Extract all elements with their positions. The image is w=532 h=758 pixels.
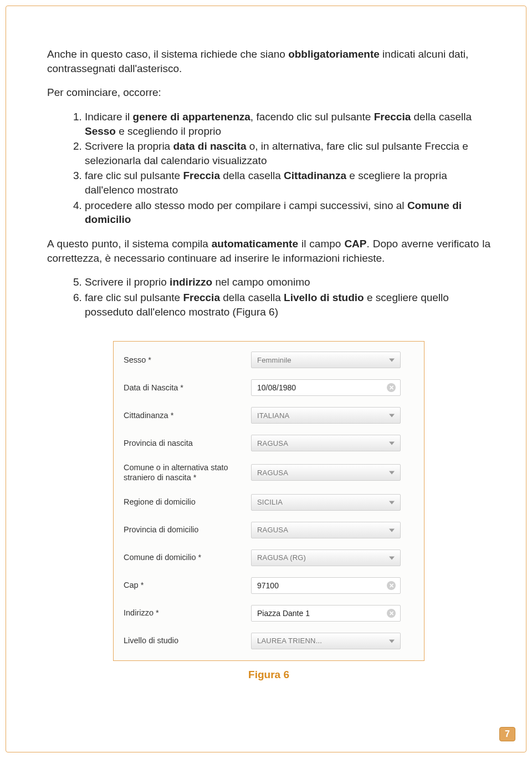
label-livello-studio: Livello di studio: [124, 635, 251, 645]
select-regione-domicilio[interactable]: SICILIA: [251, 494, 401, 511]
text: Scrivere il proprio: [85, 276, 170, 288]
select-livello-studio[interactable]: LAUREA TRIENN...: [251, 633, 401, 649]
chevron-down-icon: [389, 471, 395, 475]
text: e scegliendo il proprio: [116, 125, 221, 137]
chevron-down-icon: [389, 501, 395, 504]
label-sesso: Sesso *: [124, 355, 251, 365]
chevron-down-icon: [389, 528, 395, 532]
bold-text: obbligatoriamente: [288, 48, 380, 60]
select-comune-nascita[interactable]: RAGUSA: [251, 464, 401, 481]
text: nel campo omonimo: [212, 276, 310, 288]
chevron-down-icon: [389, 442, 395, 445]
form-row-cittadinanza: Cittadinanza * ITALIANA: [124, 407, 414, 424]
select-value: Femminile: [257, 356, 291, 364]
form-row-livello-studio: Livello di studio LAUREA TRIENN...: [124, 633, 414, 649]
bold-text: Livello di studio: [284, 292, 364, 303]
text: fare clic sul pulsante: [85, 292, 183, 303]
text: fare clic sul pulsante: [85, 170, 183, 181]
list-item: fare clic sul pulsante Freccia della cas…: [85, 169, 490, 197]
input-value: Piazza Dante 1: [257, 609, 310, 618]
clear-icon[interactable]: ✕: [387, 581, 396, 590]
clear-icon[interactable]: ✕: [387, 383, 396, 392]
chevron-down-icon: [389, 556, 395, 559]
label-comune-domicilio: Comune di domicilio *: [124, 552, 251, 562]
figure-panel: Sesso * Femminile Data di Nascita * 10/0…: [113, 341, 424, 660]
bold-text: automaticamente: [212, 238, 298, 250]
form-row-cap: Cap * 97100 ✕: [124, 577, 414, 594]
text: Indicare il: [85, 111, 133, 123]
mid-paragraph: A questo punto, il sistema compila autom…: [47, 237, 490, 265]
label-indirizzo: Indirizzo *: [124, 608, 251, 618]
input-cap[interactable]: 97100 ✕: [251, 577, 401, 594]
bold-text: genere di appartenenza: [133, 111, 250, 123]
intro-paragraph-2: Per cominciare, occorre:: [47, 85, 490, 100]
ordered-list-1: Indicare il genere di appartenenza, face…: [47, 110, 490, 227]
text: della casella: [411, 111, 472, 123]
select-value: ITALIANA: [257, 411, 289, 420]
bold-text: Sesso: [85, 125, 116, 137]
page: Anche in questo caso, il sistema richied…: [0, 0, 532, 758]
form-row-provincia-nascita: Provincia di nascita RAGUSA: [124, 435, 414, 451]
select-provincia-domicilio[interactable]: RAGUSA: [251, 522, 401, 538]
ordered-list-2: Scrivere il proprio indirizzo nel campo …: [47, 275, 490, 319]
bold-text: Freccia: [183, 292, 220, 303]
text: Anche in questo caso, il sistema richied…: [47, 48, 288, 60]
text: , facendo clic sul pulsante: [250, 111, 374, 123]
select-value: RAGUSA: [257, 526, 288, 534]
select-value: RAGUSA: [257, 439, 288, 447]
form-row-indirizzo: Indirizzo * Piazza Dante 1 ✕: [124, 605, 414, 622]
list-item: fare clic sul pulsante Freccia della cas…: [85, 291, 490, 319]
bold-text: data di nascita: [173, 140, 246, 152]
chevron-down-icon: [389, 359, 395, 362]
chevron-down-icon: [389, 639, 395, 643]
label-cittadinanza: Cittadinanza *: [124, 410, 251, 420]
form-row-data-nascita: Data di Nascita * 10/08/1980 ✕: [124, 379, 414, 396]
text: il campo: [298, 238, 344, 250]
figure-6: Sesso * Femminile Data di Nascita * 10/0…: [113, 341, 424, 680]
input-value: 97100: [257, 581, 279, 590]
text: A questo punto, il sistema compila: [47, 238, 212, 250]
text: procedere allo stesso modo per compilare…: [85, 200, 407, 211]
input-value: 10/08/1980: [257, 383, 296, 392]
label-comune-nascita: Comune o in alternativa stato straniero …: [124, 462, 251, 482]
clear-icon[interactable]: ✕: [387, 609, 396, 618]
form-row-regione-domicilio: Regione di domicilio SICILIA: [124, 494, 414, 511]
text: Scrivere la propria: [85, 140, 173, 152]
select-provincia-nascita[interactable]: RAGUSA: [251, 435, 401, 451]
select-value: SICILIA: [257, 498, 283, 506]
text: della casella: [220, 292, 284, 303]
select-comune-domicilio[interactable]: RAGUSA (RG): [251, 550, 401, 566]
label-cap: Cap *: [124, 580, 251, 590]
list-item: Indicare il genere di appartenenza, face…: [85, 110, 490, 138]
label-provincia-nascita: Provincia di nascita: [124, 438, 251, 448]
content-area: Anche in questo caso, il sistema richied…: [47, 47, 490, 689]
label-regione-domicilio: Regione di domicilio: [124, 497, 251, 507]
input-indirizzo[interactable]: Piazza Dante 1 ✕: [251, 605, 401, 622]
select-value: RAGUSA (RG): [257, 553, 306, 562]
text: della casella: [220, 170, 284, 181]
select-sesso[interactable]: Femminile: [251, 352, 401, 368]
bold-text: Cittadinanza: [284, 170, 346, 181]
select-cittadinanza[interactable]: ITALIANA: [251, 407, 401, 424]
list-item: Scrivere la propria data di nascita o, i…: [85, 139, 490, 167]
select-value: LAUREA TRIENN...: [257, 637, 322, 645]
page-number-badge: 7: [499, 727, 515, 741]
label-data-nascita: Data di Nascita *: [124, 383, 251, 393]
input-data-nascita[interactable]: 10/08/1980 ✕: [251, 379, 401, 396]
label-provincia-domicilio: Provincia di domicilio: [124, 525, 251, 535]
list-item: Scrivere il proprio indirizzo nel campo …: [85, 275, 490, 289]
select-value: RAGUSA: [257, 469, 288, 477]
form-row-sesso: Sesso * Femminile: [124, 352, 414, 368]
bold-text: indirizzo: [170, 276, 212, 288]
list-item: procedere allo stesso modo per compilare…: [85, 199, 490, 227]
figure-caption: Figura 6: [113, 669, 424, 681]
form-row-comune-nascita: Comune o in alternativa stato straniero …: [124, 462, 414, 482]
form-row-provincia-domicilio: Provincia di domicilio RAGUSA: [124, 522, 414, 538]
intro-paragraph-1: Anche in questo caso, il sistema richied…: [47, 47, 490, 75]
form-row-comune-domicilio: Comune di domicilio * RAGUSA (RG): [124, 550, 414, 566]
bold-text: Freccia: [183, 170, 220, 181]
bold-text: CAP: [344, 238, 366, 250]
chevron-down-icon: [389, 414, 395, 418]
bold-text: Freccia: [374, 111, 411, 123]
